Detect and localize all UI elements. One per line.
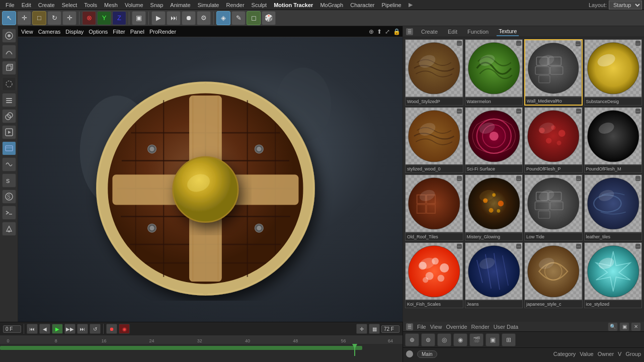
menu-animate[interactable]: Animate	[167, 1, 194, 9]
node-zoom-btn[interactable]: 🔍	[608, 322, 618, 331]
sidebar-xpresso[interactable]: S	[2, 173, 16, 188]
menu-pipeline[interactable]: Pipeline	[378, 1, 405, 9]
sidebar-console[interactable]	[2, 206, 16, 220]
texture-item-0[interactable]: —Wood_StylizedP	[405, 39, 463, 106]
menu-snap[interactable]: Snap	[147, 1, 167, 9]
tool-play[interactable]: ▶	[151, 11, 166, 25]
tool-viewport-draw[interactable]: ✎	[231, 11, 246, 25]
texture-item-4[interactable]: —stylized_wood_0	[405, 107, 463, 173]
menu-select[interactable]: Select	[58, 1, 81, 9]
viewport[interactable]: View Cameras Display Options Filter Pane…	[18, 26, 403, 322]
sidebar-snap-tools[interactable]	[2, 222, 16, 236]
sidebar-motion[interactable]	[2, 157, 16, 171]
texture-item-9[interactable]: —Mistery_Glowing	[465, 174, 523, 241]
tool-record[interactable]: ⏺	[182, 11, 196, 25]
node-btn-box[interactable]: ▣	[486, 333, 500, 346]
tool-select[interactable]: ↖	[2, 11, 16, 25]
vp-menu-view[interactable]: View	[21, 29, 33, 35]
tool-universal[interactable]: ✛	[62, 11, 76, 25]
texture-item-11[interactable]: —leather_tiles	[584, 174, 642, 241]
sidebar-timeline[interactable]	[2, 141, 16, 155]
vp-menu-panel[interactable]: Panel	[130, 29, 144, 35]
sidebar-object-manager[interactable]	[2, 29, 16, 43]
node-footer-group[interactable]: Group	[625, 351, 641, 357]
node-btn-solo[interactable]: ◎	[437, 333, 451, 346]
texture-item-15[interactable]: —ice_stylized	[584, 242, 642, 309]
menu-sculpt[interactable]: Sculpt	[248, 1, 271, 9]
texture-item-5[interactable]: —Sci-Fi Surface	[465, 107, 523, 173]
node-footer-category[interactable]: Category	[553, 351, 576, 357]
btn-auto-key[interactable]: ◉	[119, 324, 130, 334]
texture-corner-icon-6[interactable]: —	[576, 109, 581, 114]
tool-step[interactable]: ⏭	[167, 11, 181, 25]
vp-nav-icon[interactable]: ⊕	[369, 28, 374, 35]
texture-corner-icon-9[interactable]: —	[516, 176, 521, 181]
texture-corner-icon-13[interactable]: —	[516, 244, 521, 249]
node-btn-grid[interactable]: ⊞	[502, 333, 516, 346]
tool-box[interactable]: ▣	[132, 11, 146, 25]
vp-menu-options[interactable]: Options	[89, 29, 108, 35]
node-footer-value[interactable]: Value	[580, 351, 593, 357]
texture-corner-icon-1[interactable]: —	[516, 41, 521, 46]
tool-y[interactable]: Y	[97, 11, 111, 25]
btn-next-frame[interactable]: ▶▶	[64, 324, 75, 334]
menu-volume[interactable]: Volume	[121, 1, 147, 9]
vp-fullscreen-icon[interactable]: ⤢	[385, 28, 390, 35]
node-btn-camera[interactable]: 🎬	[469, 333, 484, 346]
sidebar-spline[interactable]	[2, 45, 16, 59]
tool-z[interactable]: Z	[112, 11, 126, 25]
rp-panel-icon[interactable]: ☰	[406, 28, 413, 35]
node-tab-override[interactable]: Override	[446, 324, 467, 330]
btn-grid-nav[interactable]: ▦	[369, 324, 380, 334]
tool-viewport-box2[interactable]: ◻	[247, 11, 261, 25]
end-frame-display[interactable]: 72 F	[381, 325, 399, 333]
vp-menu-cameras[interactable]: Cameras	[38, 29, 61, 35]
texture-item-13[interactable]: —Jeans	[465, 242, 523, 309]
texture-item-14[interactable]: —japanese_style_c	[524, 242, 583, 309]
menu-file[interactable]: File	[2, 1, 18, 9]
btn-prev-frame[interactable]: ◀	[39, 324, 50, 334]
texture-item-8[interactable]: —Old_Roof_Tiles	[405, 174, 463, 241]
texture-item-3[interactable]: —SubstanceDesig	[584, 39, 642, 106]
node-collapse-btn[interactable]: ▣	[619, 322, 629, 331]
node-panel-icon[interactable]: ☰	[406, 323, 413, 330]
vp-menu-prorender[interactable]: ProRender	[149, 29, 176, 35]
texture-corner-icon-12[interactable]: —	[457, 244, 462, 249]
node-tab-file[interactable]: File	[417, 324, 426, 330]
node-tab-userdata[interactable]: User Data	[494, 324, 519, 330]
texture-corner-icon-0[interactable]: —	[457, 41, 462, 46]
sidebar-scene[interactable]	[2, 77, 16, 91]
btn-loop[interactable]: ↺	[90, 324, 101, 334]
menu-render[interactable]: Render	[222, 1, 248, 9]
btn-first-frame[interactable]: ⏮	[27, 324, 38, 334]
texture-item-7[interactable]: —PoundOfFlesh_M	[584, 107, 642, 173]
rp-tab-edit[interactable]: Edit	[446, 28, 459, 36]
tool-x[interactable]: ⊗	[82, 11, 96, 25]
node-footer-v[interactable]: V	[618, 351, 621, 357]
node-btn-add[interactable]: ⊕	[405, 333, 419, 346]
texture-corner-icon-11[interactable]: —	[635, 176, 640, 181]
viewport-3d-content[interactable]	[18, 37, 403, 322]
tool-scale[interactable]: □	[32, 11, 46, 25]
node-close-btn[interactable]: ✕	[631, 322, 641, 331]
texture-item-6[interactable]: —PoundOfFlesh_P	[524, 107, 583, 173]
menu-motion-tracker[interactable]: Motion Tracker	[270, 1, 316, 9]
node-main-badge[interactable]: Main	[417, 350, 437, 358]
vp-lock-icon[interactable]: 🔒	[393, 28, 400, 35]
sidebar-layer[interactable]	[2, 93, 16, 107]
btn-play[interactable]: ▶	[52, 324, 63, 334]
vp-menu-display[interactable]: Display	[65, 29, 84, 35]
node-btn-solo2[interactable]: ◉	[453, 333, 467, 346]
menu-mesh[interactable]: Mesh	[101, 1, 121, 9]
btn-last-frame[interactable]: ⏭	[77, 324, 88, 334]
texture-corner-icon-15[interactable]: —	[635, 244, 640, 249]
tool-viewport-persp[interactable]: ◈	[216, 11, 230, 25]
menu-create[interactable]: Create	[35, 1, 58, 9]
texture-corner-icon-7[interactable]: —	[635, 109, 640, 114]
texture-corner-icon-10[interactable]: —	[576, 176, 581, 181]
texture-item-12[interactable]: —Koi_Fish_Scales	[405, 242, 463, 309]
texture-item-2[interactable]: —Wall_MedievalRo	[524, 39, 583, 106]
timeline-ruler-area[interactable]: 0 8 16 24 32 40 48 56 64	[0, 336, 403, 362]
node-tab-view[interactable]: View	[430, 324, 442, 330]
texture-item-10[interactable]: —Low Tide	[524, 174, 583, 241]
